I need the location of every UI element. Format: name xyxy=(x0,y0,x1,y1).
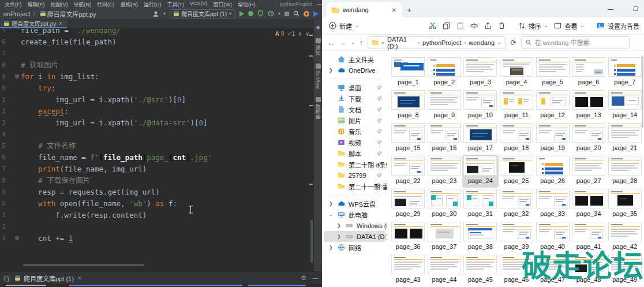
explorer-minimize-button[interactable]: — xyxy=(608,6,613,12)
explorer-scrollbar[interactable] xyxy=(642,55,643,128)
menu-item[interactable]: 代码(C) xyxy=(94,1,118,8)
recent-locations-arrow[interactable]: ⌄ xyxy=(351,40,355,45)
sidebar-item-文档[interactable]: 文档 xyxy=(324,104,385,115)
file-page_39[interactable]: page_39 xyxy=(499,221,535,254)
set-as-background-button[interactable]: 设置为背景 xyxy=(597,21,639,31)
toolwindow-database[interactable]: 数据库 xyxy=(314,97,322,120)
sidebar-item-25799[interactable]: 25799 xyxy=(324,170,385,181)
sidebar-item-图片[interactable]: 图片 xyxy=(324,115,385,126)
file-page_42[interactable]: page_42 xyxy=(606,221,643,254)
coverage-icon[interactable] xyxy=(257,10,264,17)
file-page_24[interactable]: page_24 xyxy=(462,155,499,188)
line-number-gutter[interactable]: 7 xyxy=(0,163,21,175)
file-page_37[interactable]: page_37 xyxy=(426,221,463,254)
update-icon[interactable] xyxy=(304,11,309,17)
file-page_17[interactable]: page_17 xyxy=(462,122,499,155)
refresh-button[interactable]: ⟳ xyxy=(511,39,516,47)
menu-item[interactable]: 帮助(H) xyxy=(235,1,259,8)
code-editor[interactable]: 5 file_path = './wendang/' 6 create_file… xyxy=(0,29,313,263)
rename-button[interactable] xyxy=(470,22,478,29)
line-number-gutter[interactable]: 2 xyxy=(0,221,21,233)
stripe-bookmark-icon[interactable]: ◆ xyxy=(316,24,320,30)
file-page_3[interactable]: page_3 xyxy=(462,56,499,89)
breadcrumb[interactable]: « DATA1 (D:) › pythonProject › wendang ⌄ xyxy=(368,36,506,49)
pycharm-minimize-button[interactable]: — xyxy=(312,1,322,7)
toolwindow-sciview[interactable]: SciView xyxy=(315,64,321,89)
sort-button[interactable]: 排序⌄ xyxy=(518,21,548,31)
pin-icon[interactable] xyxy=(377,151,382,156)
file-page_38[interactable]: page_38 xyxy=(462,221,499,254)
file-page_2[interactable]: page_2 xyxy=(426,56,463,89)
file-page_22[interactable]: page_22 xyxy=(390,155,426,188)
up-button[interactable]: ↑ xyxy=(360,39,363,47)
address-dropdown-arrow[interactable]: ⌄ xyxy=(497,40,501,45)
pin-icon[interactable] xyxy=(377,85,382,90)
file-page_33[interactable]: page_33 xyxy=(534,188,571,221)
line-number-gutter[interactable]: 1 xyxy=(0,210,21,221)
file-page_41[interactable]: page_41 xyxy=(571,221,607,254)
file-page_36[interactable]: page_36 xyxy=(390,221,426,254)
pin-icon[interactable] xyxy=(377,96,382,101)
expand-chevron-icon[interactable]: ❯ xyxy=(337,234,341,239)
line-number-gutter[interactable]: 2 xyxy=(0,106,21,117)
breadcrumb-overflow[interactable]: « xyxy=(381,40,384,46)
back-button[interactable]: ← xyxy=(328,39,335,47)
user-dropdown-arrow[interactable]: ▾ xyxy=(163,11,166,16)
line-number-gutter[interactable]: 0 xyxy=(0,83,21,94)
file-page_10[interactable]: page_10 xyxy=(462,89,499,122)
file-page_5[interactable]: page_5 xyxy=(534,56,571,89)
editor-tab-active[interactable]: 爬百度文库ppt.py ✕ xyxy=(0,20,67,28)
line-number-gutter[interactable]: 9 xyxy=(0,187,21,198)
line-number-gutter[interactable]: 3 xyxy=(0,117,21,129)
file-page_45[interactable]: page_45 xyxy=(462,254,499,286)
copy-button[interactable] xyxy=(443,22,450,29)
error-stripe-mark[interactable] xyxy=(309,55,313,57)
file-page_9[interactable]: page_9 xyxy=(426,89,463,122)
new-button[interactable]: 新建⌄ xyxy=(329,21,359,31)
sidebar-item-音乐[interactable]: 音乐 xyxy=(324,126,385,137)
share-button[interactable] xyxy=(484,22,492,29)
new-tab-button[interactable]: + xyxy=(402,6,417,17)
error-stripe-mark[interactable] xyxy=(309,184,313,185)
expand-chevron-icon[interactable]: ❯ xyxy=(337,223,341,228)
fold-marker-icon[interactable] xyxy=(15,74,19,79)
breadcrumb-item[interactable]: DATA1 (D:) xyxy=(387,36,415,50)
user-icon[interactable] xyxy=(152,10,159,17)
line-number-gutter[interactable]: 8 xyxy=(0,175,21,187)
expand-chevron-icon[interactable]: ❯ xyxy=(329,201,333,206)
file-page_43[interactable]: page_43 xyxy=(390,254,426,286)
file-page_13[interactable]: page_13 xyxy=(571,89,607,122)
run-tab-close-icon[interactable]: ✕ xyxy=(77,275,82,281)
run-tab[interactable]: 爬百度文库ppt (1) xyxy=(24,274,74,283)
file-page_25[interactable]: page_25 xyxy=(499,155,535,188)
paste-button[interactable] xyxy=(456,22,464,29)
breadcrumb-item[interactable]: pythonProject xyxy=(422,39,461,46)
pin-icon[interactable] xyxy=(377,184,382,189)
run-button[interactable] xyxy=(239,11,244,17)
line-number-gutter[interactable]: 6 xyxy=(0,152,21,163)
menu-item[interactable]: 工具(T) xyxy=(164,1,188,8)
line-number-gutter[interactable]: 7 xyxy=(0,48,21,59)
file-page_11[interactable]: page_11 xyxy=(499,89,535,122)
menu-item[interactable]: 视图(V) xyxy=(48,1,71,8)
run-more-arrow[interactable]: ▾ xyxy=(278,11,280,16)
file-page_14[interactable]: page_14 xyxy=(606,89,643,122)
cut-button[interactable] xyxy=(429,22,436,29)
file-page_7[interactable]: page_7 xyxy=(606,56,643,89)
menu-item[interactable]: 文件(F) xyxy=(2,1,25,8)
expand-chevron-icon[interactable]: ⌄ xyxy=(329,212,333,217)
file-page_6[interactable]: page_6 xyxy=(571,56,607,89)
sidebar-item-第二十期-if条件[interactable]: 第二十期-if条件 xyxy=(324,159,385,170)
sidebar-item-WPS云盘[interactable]: ❯ WPS云盘 xyxy=(324,198,385,209)
file-page_32[interactable]: page_32 xyxy=(499,188,535,221)
file-page_4[interactable]: page_4 xyxy=(499,56,535,89)
fold-marker-icon[interactable] xyxy=(15,236,19,241)
line-number-gutter[interactable]: 5 xyxy=(0,140,21,152)
sidebar-item-网络[interactable]: ❯ 网络 xyxy=(324,242,385,253)
pin-icon[interactable] xyxy=(377,140,382,145)
file-page_29[interactable]: page_29 xyxy=(390,188,426,221)
menu-item[interactable]: 重构(R) xyxy=(118,1,141,8)
sidebar-item-第二十一期-雷锋[interactable]: 第二十一期-雷锋 xyxy=(324,181,385,192)
file-page_31[interactable]: page_31 xyxy=(462,188,499,221)
inspections-widget[interactable]: A 9 ✓1 ∧ ∨ xyxy=(275,31,309,37)
